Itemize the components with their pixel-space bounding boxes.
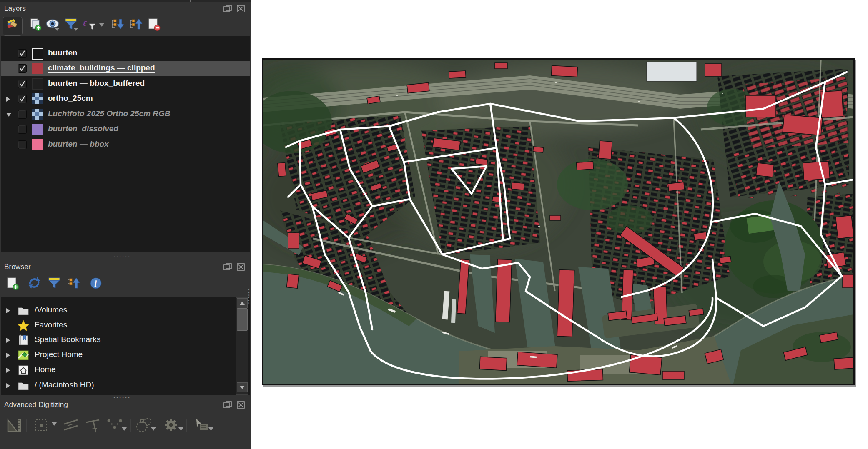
layer-visibility-checkbox[interactable] <box>18 80 27 88</box>
panel-splitter-handle[interactable]: ······ <box>113 256 131 258</box>
raster-layer-swatch <box>32 109 43 120</box>
layer-row-buurten-bbox[interactable]: buurten — bbox <box>1 137 250 152</box>
browser-item-home[interactable]: Home <box>1 363 235 378</box>
settings-gear-icon[interactable] <box>163 417 178 432</box>
browser-scrollbar-thumb[interactable] <box>237 308 248 331</box>
advanced-digitizing-window-buttons <box>223 400 246 409</box>
floater-cursor-icon[interactable] <box>193 417 208 432</box>
layers-panel-window-buttons <box>223 4 246 13</box>
collapse-all-icon[interactable] <box>65 276 80 291</box>
layers-tree[interactable]: buurten climate_buildings — clipped buur… <box>1 36 250 252</box>
layer-visibility-checkbox[interactable] <box>18 125 27 134</box>
add-group-icon[interactable] <box>28 17 43 32</box>
collapse-all-icon[interactable] <box>128 17 143 32</box>
panel-splitter-handle[interactable]: ······ <box>113 397 131 399</box>
svg-text:i: i <box>94 278 97 289</box>
construction-guides-icon[interactable] <box>135 417 150 432</box>
remove-layer-icon[interactable] <box>146 17 161 32</box>
layer-row-buurten-dissolved[interactable]: buurten_dissolved <box>1 122 250 137</box>
expand-icon[interactable] <box>6 353 10 358</box>
manage-map-themes-icon[interactable] <box>45 17 60 32</box>
scroll-down-button[interactable] <box>237 382 248 392</box>
layer-swatch <box>32 48 43 60</box>
layer-swatch <box>32 78 43 90</box>
layer-row-buurten[interactable]: buurten <box>1 46 250 61</box>
browser-item-project-home[interactable]: Project Home <box>1 348 235 363</box>
layer-visibility-checkbox[interactable] <box>18 110 27 119</box>
expand-icon[interactable] <box>6 338 10 343</box>
left-dock: Layers <box>0 0 251 449</box>
layer-label: buurten_dissolved <box>48 124 118 133</box>
snap-dropdown-arrow[interactable] <box>122 427 127 431</box>
station-roof <box>647 62 697 81</box>
layer-visibility-checkbox[interactable] <box>18 49 27 58</box>
float-panel-icon[interactable] <box>223 4 233 13</box>
layer-label: buurten — bbox_buffered <box>48 79 145 88</box>
advanced-digitizing-panel-title: Advanced Digitizing <box>4 401 68 409</box>
construction-mode-icon[interactable] <box>33 417 48 432</box>
themes-dropdown-arrow[interactable] <box>55 28 59 31</box>
browser-item-label: Spatial Bookmarks <box>35 335 100 344</box>
float-panel-icon[interactable] <box>223 400 233 409</box>
add-selected-layers-icon[interactable] <box>5 276 20 291</box>
layer-row-climate-buildings-clipped[interactable]: climate_buildings — clipped <box>1 61 250 76</box>
browser-item-label: Project Home <box>35 350 83 359</box>
dock-resize-handle[interactable]: ······ <box>248 289 250 305</box>
enable-cad-tools-icon[interactable] <box>6 417 21 432</box>
perpendicular-icon[interactable] <box>84 417 99 432</box>
browser-item-macintosh-hd[interactable]: / (Macintosh HD) <box>1 378 235 393</box>
layer-swatch <box>32 63 43 74</box>
scroll-down-icon <box>240 386 245 389</box>
expand-icon[interactable] <box>6 97 10 102</box>
layer-visibility-checkbox[interactable] <box>18 95 27 103</box>
browser-tree[interactable]: /Volumes Favorites Spatial Bookmarks Pro… <box>1 297 250 395</box>
browser-item-spatial-bookmarks[interactable]: Spatial Bookmarks <box>1 333 235 348</box>
floater-dropdown-arrow[interactable] <box>208 427 213 431</box>
refresh-icon[interactable] <box>27 276 42 291</box>
parallel-icon[interactable] <box>63 417 78 432</box>
close-panel-icon[interactable] <box>236 400 246 409</box>
properties-info-icon[interactable]: i <box>88 276 103 291</box>
close-panel-icon[interactable] <box>236 262 246 272</box>
folder-icon <box>17 379 30 392</box>
close-panel-icon[interactable] <box>236 4 246 13</box>
layer-visibility-checkbox[interactable] <box>18 140 27 149</box>
guides-dropdown-arrow[interactable] <box>151 427 156 431</box>
layer-label: buurten — bbox <box>48 140 109 149</box>
layer-row-luchtfoto-2025[interactable]: Luchtfoto 2025 Ortho 25cm RGB <box>1 107 250 122</box>
expand-icon[interactable] <box>6 308 10 313</box>
layer-visibility-checkbox[interactable] <box>18 64 27 73</box>
layer-row-buurten-bbox-buffered[interactable]: buurten — bbox_buffered <box>1 76 250 92</box>
layer-label: Luchtfoto 2025 Ortho 25cm RGB <box>48 109 171 118</box>
browser-item-favorites[interactable]: Favorites <box>1 318 235 333</box>
project-home-icon <box>17 349 30 362</box>
snap-to-common-angles-icon[interactable] <box>106 417 121 432</box>
filter-legend-by-expression-icon[interactable]: ε <box>82 17 97 32</box>
expand-all-icon[interactable] <box>109 17 124 32</box>
layers-panel-title: Layers <box>4 5 26 13</box>
expression-dropdown-arrow[interactable] <box>99 23 104 27</box>
filter-browser-icon[interactable] <box>47 276 62 291</box>
open-layer-styling-panel-icon[interactable] <box>5 17 20 32</box>
collapse-icon[interactable] <box>6 113 11 117</box>
filter-dropdown-arrow[interactable] <box>74 28 78 31</box>
scroll-up-icon <box>240 302 245 305</box>
map-canvas[interactable] <box>262 58 855 385</box>
layer-swatch <box>32 139 43 150</box>
expand-icon[interactable] <box>6 368 10 373</box>
layer-row-ortho-25cm[interactable]: ortho_25cm <box>1 91 250 107</box>
spatial-bookmarks-icon <box>17 334 30 347</box>
favorites-star-icon <box>17 319 30 332</box>
browser-item-label: Favorites <box>35 320 67 329</box>
filter-legend-icon[interactable] <box>63 17 78 32</box>
float-panel-icon[interactable] <box>223 262 233 272</box>
dock-top-tick <box>190 0 191 2</box>
browser-item-label: / (Macintosh HD) <box>35 380 94 389</box>
dock-top-border <box>0 0 251 2</box>
layer-label: climate_buildings — clipped <box>48 63 155 72</box>
expand-icon[interactable] <box>6 383 10 388</box>
settings-dropdown-arrow[interactable] <box>178 427 183 431</box>
construction-dropdown-arrow[interactable] <box>52 422 57 426</box>
browser-item-volumes[interactable]: /Volumes <box>1 303 235 318</box>
home-icon <box>17 364 30 377</box>
